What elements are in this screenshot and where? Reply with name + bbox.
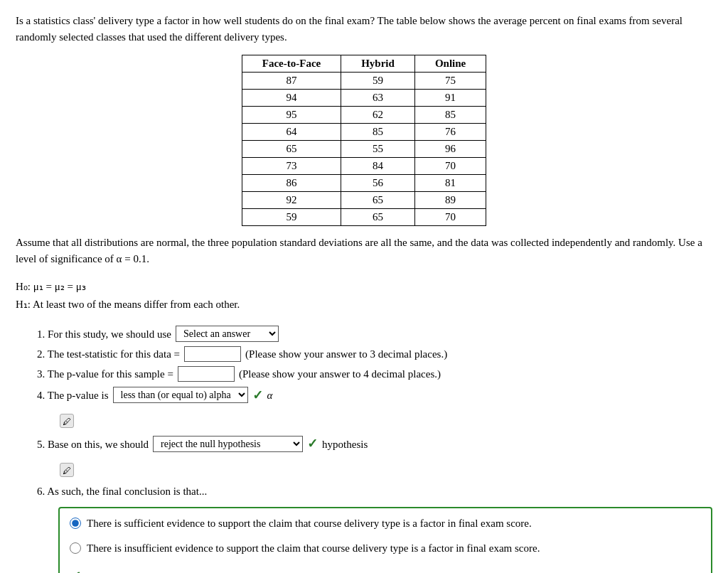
conclusion-option2-text: There is insufficient evidence to suppor…: [87, 540, 540, 557]
table-cell: 63: [341, 90, 415, 107]
item1-select[interactable]: Select an answera one-sample t-testa two…: [176, 326, 279, 342]
table-cell: 56: [341, 175, 415, 192]
table-cell: 75: [414, 73, 486, 90]
table-cell: 62: [341, 107, 415, 124]
table-cell: 70: [414, 158, 486, 175]
table-cell: 65: [341, 209, 415, 226]
conclusion-radio1[interactable]: [70, 518, 81, 529]
table-cell: 94: [242, 90, 341, 107]
col-header-face: Face-to-Face: [242, 55, 341, 73]
table-cell: 70: [414, 209, 486, 226]
table-cell: 87: [242, 73, 341, 90]
table-cell: 55: [341, 141, 415, 158]
item4: 4. The p-value is less than (or equal to…: [37, 385, 712, 406]
data-table-container: Face-to-Face Hybrid Online 8759759463919…: [16, 55, 712, 226]
table-cell: 81: [414, 175, 486, 192]
table-cell: 59: [341, 73, 415, 90]
h0: H₀: μ₁ = μ₂ = μ₃: [16, 278, 712, 296]
item2: 2. The test-statistic for this data = (P…: [37, 346, 712, 363]
table-cell: 85: [414, 107, 486, 124]
item3: 3. The p-value for this sample = (Please…: [37, 365, 712, 382]
conclusion-option1-text: There is sufficient evidence to support …: [87, 515, 532, 532]
item1-label: 1. For this study, we should use: [37, 326, 171, 343]
item3-input[interactable]: [178, 366, 235, 382]
items-section: 1. For this study, we should use Select …: [37, 326, 712, 574]
item3-note: (Please show your answer to 4 decimal pl…: [239, 365, 441, 382]
item2-label: 2. The test-statistic for this data =: [37, 346, 180, 363]
table-cell: 59: [242, 209, 341, 226]
item3-label: 3. The p-value for this sample =: [37, 365, 173, 382]
conclusion-box: There is sufficient evidence to support …: [58, 507, 712, 573]
item2-note: (Please show your answer to 3 decimal pl…: [245, 346, 447, 363]
item5-check: ✓: [307, 434, 318, 454]
conclusion-option2[interactable]: There is insufficient evidence to suppor…: [70, 540, 701, 557]
assume-text: Assume that all distributions are normal…: [16, 235, 712, 268]
table-cell: 95: [242, 107, 341, 124]
table-cell: 65: [341, 192, 415, 209]
conclusion-radio2[interactable]: [70, 542, 81, 554]
table-cell: 73: [242, 158, 341, 175]
item4-block: 4. The p-value is less than (or equal to…: [37, 385, 712, 429]
table-cell: 64: [242, 124, 341, 141]
item6-label: 6. As such, the final conclusion is that…: [37, 483, 207, 500]
table-cell: 65: [242, 141, 341, 158]
item4-alpha: α: [267, 387, 273, 404]
item5: 5. Base on this, we should reject the nu…: [37, 434, 712, 454]
item1: 1. For this study, we should use Select …: [37, 326, 712, 343]
table-cell: 85: [341, 124, 415, 141]
conclusion-checkmark: ✓: [70, 566, 701, 573]
item6: 6. As such, the final conclusion is that…: [37, 483, 712, 500]
hypotheses: H₀: μ₁ = μ₂ = μ₃ H₁: At least two of the…: [16, 278, 712, 314]
item2-input[interactable]: [184, 346, 241, 362]
item5-select[interactable]: reject the null hypothesisfail to reject…: [153, 436, 303, 452]
table-cell: 89: [414, 192, 486, 209]
conclusion-option1[interactable]: There is sufficient evidence to support …: [70, 515, 701, 532]
table-cell: 91: [414, 90, 486, 107]
table-cell: 86: [242, 175, 341, 192]
item5-block: 5. Base on this, we should reject the nu…: [37, 434, 712, 477]
item4-check: ✓: [252, 385, 263, 406]
data-table: Face-to-Face Hybrid Online 8759759463919…: [242, 55, 487, 226]
item5-label: 5. Base on this, we should: [37, 436, 149, 453]
col-header-online: Online: [414, 55, 486, 73]
item5-after: hypothesis: [322, 436, 368, 453]
item6-block: 6. As such, the final conclusion is that…: [37, 483, 712, 573]
item5-edit-icon[interactable]: 🖊: [60, 463, 74, 477]
item4-select[interactable]: less than (or equal to) alphagreater tha…: [113, 387, 248, 403]
h1: H₁: At least two of the means differ fro…: [16, 296, 712, 314]
table-cell: 96: [414, 141, 486, 158]
col-header-hybrid: Hybrid: [341, 55, 415, 73]
table-cell: 76: [414, 124, 486, 141]
table-cell: 92: [242, 192, 341, 209]
item4-edit-icon[interactable]: 🖊: [60, 414, 74, 428]
item4-label: 4. The p-value is: [37, 387, 109, 404]
intro-text: Is a statistics class' delivery type a f…: [16, 13, 712, 45]
table-cell: 84: [341, 158, 415, 175]
